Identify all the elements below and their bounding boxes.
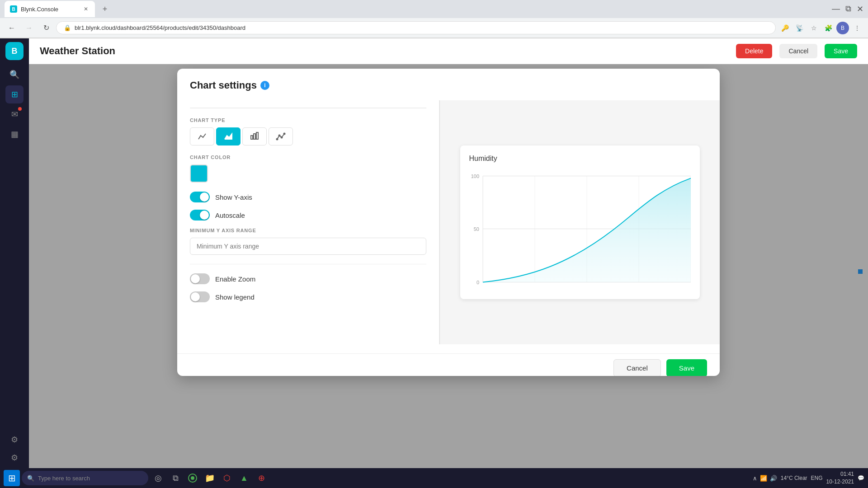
autoscale-toggle[interactable] <box>190 210 210 221</box>
address-bar[interactable]: 🔒 blr1.blynk.cloud/dashboard/25564/produ… <box>56 21 776 34</box>
page-title: Weather Station <box>40 45 729 57</box>
tab-favicon: B <box>10 5 17 13</box>
chart-type-label: CHART TYPE <box>190 117 426 123</box>
enable-zoom-row: Enable Zoom <box>190 273 426 284</box>
modal-header: Chart settings i <box>177 69 720 91</box>
nav-actions: 🔑 📡 ☆ 🧩 B ⋮ <box>778 22 863 34</box>
chart-type-section: CHART TYPE <box>190 117 426 145</box>
mail-icon: ✉ <box>11 109 18 119</box>
start-button[interactable]: ⊞ <box>4 470 20 486</box>
modal-body: CHART TYPE <box>177 91 720 353</box>
taskbar-app1[interactable]: 📁 <box>202 470 218 486</box>
cast-icon: 📡 <box>793 22 806 34</box>
modal-left-panel: CHART TYPE <box>177 100 439 344</box>
show-yaxis-toggle[interactable] <box>190 192 210 202</box>
browser-nav: ← → ↻ 🔒 blr1.blynk.cloud/dashboard/25564… <box>0 18 868 38</box>
bookmark-icon[interactable]: ☆ <box>807 22 820 34</box>
taskbar-search-icon: 🔍 <box>27 475 34 482</box>
taskbar-search[interactable]: 🔍 Type here to search <box>22 471 148 485</box>
taskbar-app3[interactable]: ▲ <box>236 470 252 486</box>
svg-text:100: 100 <box>471 174 479 179</box>
modal-save-button[interactable]: Save <box>666 359 707 376</box>
chart-color-label: CHART COLOR <box>190 155 426 160</box>
cancel-button[interactable]: Cancel <box>779 44 817 58</box>
svg-text:0: 0 <box>476 280 479 285</box>
chart-type-area[interactable] <box>216 127 241 145</box>
sidebar-item-settings1[interactable]: ⚙ <box>5 431 24 449</box>
enable-zoom-label: Enable Zoom <box>215 275 255 283</box>
sidebar-item-search[interactable]: 🔍 <box>5 66 24 84</box>
taskbar-weather: 14°C Clear <box>781 475 807 481</box>
autoscale-row: Autoscale <box>190 210 426 221</box>
minimize-button[interactable]: — <box>832 4 840 14</box>
tab-title: Blynk.Console <box>21 6 58 13</box>
taskbar-cortana[interactable]: ◎ <box>150 470 166 486</box>
enable-zoom-toggle[interactable] <box>190 273 210 284</box>
min-y-range-label: MINIMUM Y AXIS RANGE <box>190 228 426 233</box>
forward-button[interactable]: → <box>22 21 36 35</box>
show-legend-toggle[interactable] <box>190 291 210 302</box>
taskbar-icons: ◎ ⧉ 📁 ⬡ ▲ ⊕ <box>150 470 269 486</box>
chart-svg: 100 50 0 <box>469 168 691 290</box>
key-icon: 🔑 <box>778 22 791 34</box>
profile-icon[interactable]: B <box>836 22 849 34</box>
taskbar-app2[interactable]: ⬡ <box>219 470 235 486</box>
taskbar-time: 01:41 10-12-2021 <box>826 470 854 486</box>
svg-point-19 <box>191 476 194 480</box>
browser-tab[interactable]: B Blynk.Console ✕ <box>5 1 95 17</box>
back-button[interactable]: ← <box>5 21 19 35</box>
show-legend-thumb <box>191 292 200 301</box>
settings1-icon: ⚙ <box>11 435 18 445</box>
modal-footer: Cancel Save <box>177 353 720 376</box>
chart-type-bar[interactable] <box>242 127 267 145</box>
svg-point-5 <box>281 137 283 138</box>
dashboard-icon: ⊞ <box>11 89 18 99</box>
svg-point-3 <box>277 139 278 140</box>
tab-close-button[interactable]: ✕ <box>82 5 90 13</box>
close-button[interactable]: ✕ <box>857 4 863 14</box>
chart-color-section: CHART COLOR <box>190 155 426 183</box>
chart-type-line[interactable] <box>190 127 214 145</box>
modal-overlay: Chart settings i <box>29 64 868 479</box>
new-tab-button[interactable]: + <box>99 3 111 15</box>
taskbar-chevron[interactable]: ∧ <box>753 475 757 482</box>
sidebar-item-messages[interactable]: ✉ <box>5 105 24 123</box>
sidebar: B 🔍 ⊞ ✉ ▦ ⚙ ⚙ 👤 <box>0 38 29 488</box>
search-icon: 🔍 <box>9 70 19 80</box>
taskbar-app4[interactable]: ⊕ <box>253 470 269 486</box>
taskbar-search-placeholder: Type here to search <box>38 475 90 482</box>
settings2-icon: ⚙ <box>11 453 18 463</box>
autoscale-thumb <box>200 211 209 220</box>
reload-button[interactable]: ↻ <box>39 21 53 35</box>
min-y-range-section: MINIMUM Y AXIS RANGE <box>190 228 426 255</box>
chart-area: 100 50 0 <box>469 168 691 290</box>
modal-cancel-button[interactable]: Cancel <box>613 359 661 376</box>
menu-icon[interactable]: ⋮ <box>851 22 863 34</box>
app-wrapper: B 🔍 ⊞ ✉ ▦ ⚙ ⚙ 👤 Weather Statio <box>0 38 868 488</box>
svg-rect-2 <box>256 132 258 139</box>
delete-button[interactable]: Delete <box>736 44 772 58</box>
info-icon[interactable]: i <box>260 81 269 90</box>
main-content: Weather Station Delete Cancel Save Chart… <box>29 38 868 488</box>
address-text: blr1.blynk.cloud/dashboard/25564/product… <box>75 24 768 31</box>
color-swatch[interactable] <box>190 164 208 183</box>
svg-text:50: 50 <box>473 226 479 232</box>
modal-right-panel: Humidity <box>440 100 720 344</box>
show-legend-row: Show legend <box>190 291 426 302</box>
extensions-icon[interactable]: 🧩 <box>822 22 835 34</box>
taskbar-chrome[interactable] <box>184 470 201 486</box>
restore-button[interactable]: ⧉ <box>845 4 851 14</box>
sidebar-item-settings2[interactable]: ⚙ <box>5 449 24 467</box>
browser-chrome: B Blynk.Console ✕ + — ⧉ ✕ ← → ↻ 🔒 blr1.b… <box>0 0 868 38</box>
sidebar-item-widgets[interactable]: ▦ <box>5 125 24 143</box>
lock-icon: 🔒 <box>64 24 71 31</box>
chart-type-group <box>190 127 426 145</box>
taskbar-taskview[interactable]: ⧉ <box>167 470 184 486</box>
chart-type-scatter[interactable] <box>269 127 293 145</box>
taskbar-notifications[interactable]: 💬 <box>858 475 864 481</box>
save-button[interactable]: Save <box>825 44 857 58</box>
chart-settings-modal: Chart settings i <box>177 69 720 376</box>
min-y-range-input[interactable] <box>190 238 426 255</box>
show-yaxis-row: Show Y-axis <box>190 192 426 202</box>
sidebar-item-dashboard[interactable]: ⊞ <box>5 85 24 103</box>
